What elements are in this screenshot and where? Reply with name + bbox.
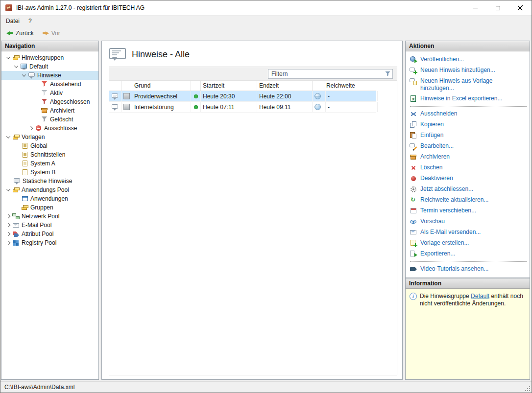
tree-item-anwendungen[interactable]: Anwendungen bbox=[1, 194, 98, 203]
tree-item-hinweisgruppen[interactable]: Hinweisgruppen bbox=[1, 53, 98, 62]
action-vorschau[interactable]: Vorschau bbox=[409, 216, 528, 227]
column-header-status[interactable] bbox=[191, 81, 201, 91]
action-deaktivieren[interactable]: Deaktivieren bbox=[409, 173, 528, 184]
information-header: Information bbox=[406, 278, 530, 289]
chevron-down-icon[interactable] bbox=[12, 63, 20, 70]
action-einfuegen[interactable]: Einfügen bbox=[409, 130, 528, 141]
back-label: Zurück bbox=[16, 30, 34, 37]
hinweis-from-template-icon bbox=[410, 77, 417, 85]
tree-item-system-a[interactable]: System A bbox=[1, 159, 98, 168]
hinweise-page-icon bbox=[109, 46, 125, 62]
tree-item-ausschluesse[interactable]: Ausschlüsse bbox=[1, 124, 98, 133]
maximize-button[interactable] bbox=[486, 0, 509, 15]
hinweis-bubble-icon bbox=[111, 103, 119, 111]
menu-help[interactable]: ? bbox=[24, 16, 36, 26]
minimize-icon bbox=[473, 8, 478, 8]
send-mail-icon bbox=[410, 229, 417, 236]
chevron-right-icon[interactable] bbox=[27, 124, 35, 132]
action-exportieren[interactable]: Exportieren... bbox=[409, 249, 528, 259]
action-neuer-hinweis[interactable]: Neuen Hinweis hinzufügen... bbox=[409, 65, 528, 76]
no-entry-icon bbox=[35, 124, 43, 132]
tree-item-registry-pool[interactable]: Registry Pool bbox=[1, 238, 98, 247]
cell-endzeit: Heute 09:11 bbox=[257, 102, 313, 112]
action-veroeffentlichen[interactable]: Veröffentlichen... bbox=[409, 54, 528, 65]
back-button[interactable]: Zurück bbox=[2, 28, 37, 38]
tree-item-aktiv[interactable]: Aktiv bbox=[1, 89, 98, 97]
action-bearbeiten[interactable]: Bearbeiten... bbox=[409, 141, 528, 152]
chevron-right-icon[interactable] bbox=[4, 239, 12, 247]
tree-item-gruppen[interactable]: Gruppen bbox=[1, 203, 98, 212]
filter-funnel-icon[interactable] bbox=[384, 69, 392, 78]
tree-item-ausstehend[interactable]: Ausstehend bbox=[1, 80, 98, 89]
action-termin-verschieben[interactable]: Termin verschieben... bbox=[409, 206, 528, 216]
chevron-down-icon[interactable] bbox=[4, 54, 12, 62]
cell-reichweite: - bbox=[326, 91, 378, 101]
tree-item-abgeschlossen[interactable]: Abgeschlossen bbox=[1, 97, 98, 106]
tree-item-email-pool[interactable]: E-Mail Pool bbox=[1, 221, 98, 230]
tree-item-schnittstellen[interactable]: Schnittstellen bbox=[1, 150, 98, 159]
chevron-right-icon[interactable] bbox=[4, 212, 12, 220]
tree-item-attribut-pool[interactable]: Attribut Pool bbox=[1, 230, 98, 238]
tree-item-label: Ausstehend bbox=[50, 81, 81, 88]
action-ausschneiden[interactable]: Ausschneiden bbox=[409, 109, 528, 119]
column-header-state-icon[interactable] bbox=[121, 81, 132, 91]
column-header-reichweite[interactable]: Reichweite bbox=[324, 81, 376, 91]
action-vorlage-erstellen[interactable]: Vorlage erstellen... bbox=[409, 238, 528, 249]
titlebar[interactable]: IBI-aws Admin 1.27.0 - registriert für I… bbox=[0, 0, 532, 16]
action-excel-export[interactable]: Hinweise in Excel exportieren... bbox=[409, 93, 528, 104]
chevron-down-icon[interactable] bbox=[4, 133, 12, 141]
tree-item-label: Netzwerk Pool bbox=[22, 213, 59, 220]
chevron-down-icon[interactable] bbox=[4, 186, 12, 194]
filter-bar bbox=[109, 67, 397, 81]
action-kopieren[interactable]: Kopieren bbox=[409, 119, 528, 130]
table-row[interactable]: Providerwechsel Heute 20:30 Heute 22:00 … bbox=[109, 91, 376, 102]
tree-item-system-b[interactable]: System B bbox=[1, 168, 98, 177]
filter-input[interactable] bbox=[268, 70, 384, 77]
info-icon bbox=[410, 293, 417, 300]
page-title: Hinweise - Alle bbox=[132, 49, 190, 60]
action-reichweite-aktualisieren[interactable]: Reichweite aktualisieren... bbox=[409, 195, 528, 206]
default-group-link[interactable]: Default bbox=[471, 293, 489, 300]
archive-icon bbox=[41, 107, 48, 115]
chevron-right-icon[interactable] bbox=[4, 230, 12, 238]
resize-grip[interactable] bbox=[525, 386, 531, 392]
tree-item-global[interactable]: Global bbox=[1, 141, 98, 150]
content-panel: Hinweise - Alle Grund Startzeit bbox=[101, 41, 403, 380]
column-header-type[interactable] bbox=[109, 81, 121, 91]
action-als-email-versenden[interactable]: Als E-Mail versenden... bbox=[409, 227, 528, 238]
action-video-tutorials[interactable]: Video-Tutorials ansehen... bbox=[409, 264, 528, 275]
action-label: Ausschneiden bbox=[420, 110, 457, 117]
tree-item-geloescht[interactable]: Gelöscht bbox=[1, 115, 98, 124]
cell-startzeit: Heute 20:30 bbox=[201, 91, 257, 101]
column-header-grund[interactable]: Grund bbox=[132, 81, 191, 91]
tree-item-netzwerk-pool[interactable]: Netzwerk Pool bbox=[1, 212, 98, 221]
tree-item-vorlagen[interactable]: Vorlagen bbox=[1, 133, 98, 141]
action-archivieren[interactable]: Archivieren bbox=[409, 152, 528, 162]
close-button[interactable] bbox=[509, 0, 532, 15]
tree-item-statische-hinweise[interactable]: Statische Hinweise bbox=[1, 177, 98, 185]
forward-button[interactable]: Vor bbox=[38, 28, 64, 38]
tree-item-hinweise[interactable]: Hinweise bbox=[1, 71, 98, 80]
tree-item-anwendungs-pool[interactable]: Anwendungs Pool bbox=[1, 185, 98, 194]
column-header-reichweite-icon[interactable] bbox=[313, 81, 324, 91]
column-header-endzeit[interactable]: Endzeit bbox=[257, 81, 313, 91]
table-row[interactable]: Internetstörung Heute 07:11 Heute 09:11 … bbox=[109, 102, 376, 113]
column-header-startzeit[interactable]: Startzeit bbox=[201, 81, 257, 91]
action-jetzt-abschliessen[interactable]: Jetzt abschliessen... bbox=[409, 184, 528, 195]
app-window: IBI-aws Admin 1.27.0 - registriert für I… bbox=[0, 0, 532, 393]
chevron-down-icon[interactable] bbox=[20, 71, 28, 79]
minimize-button[interactable] bbox=[464, 0, 486, 15]
copy-icon bbox=[410, 121, 417, 129]
funnel-icon bbox=[41, 116, 48, 123]
filter-box bbox=[268, 69, 393, 79]
tree-item-default[interactable]: Default bbox=[1, 62, 98, 71]
actions-separator bbox=[410, 261, 527, 262]
chevron-right-icon[interactable] bbox=[4, 221, 12, 229]
menu-datei[interactable]: Datei bbox=[1, 16, 24, 26]
action-hinweis-aus-vorlage[interactable]: Neuen Hinweis aus Vorlage hinzufügen... bbox=[409, 76, 528, 93]
tree-item-archiviert[interactable]: Archiviert bbox=[1, 106, 98, 115]
action-loeschen[interactable]: Löschen bbox=[409, 162, 528, 173]
cell-reichweite-icon bbox=[313, 102, 326, 112]
tree-item-label: Hinweisgruppen bbox=[22, 54, 64, 61]
back-arrow-icon bbox=[6, 29, 14, 37]
